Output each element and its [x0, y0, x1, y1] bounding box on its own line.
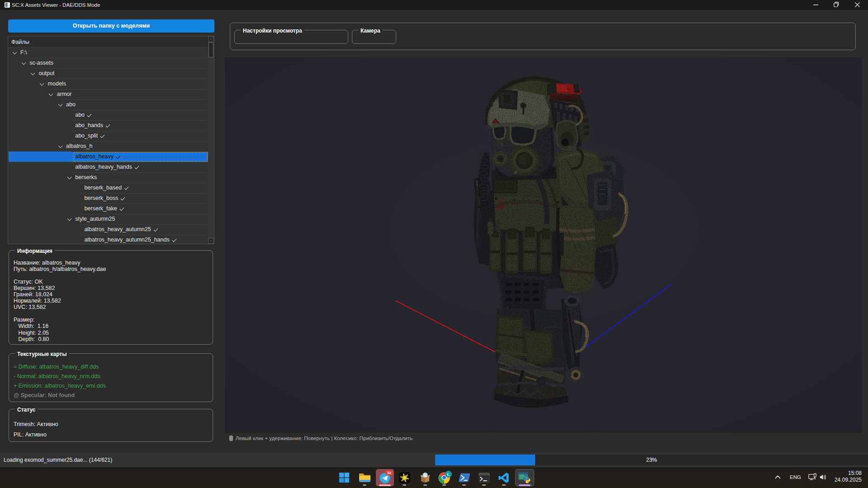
svg-text:L: L [447, 472, 450, 477]
